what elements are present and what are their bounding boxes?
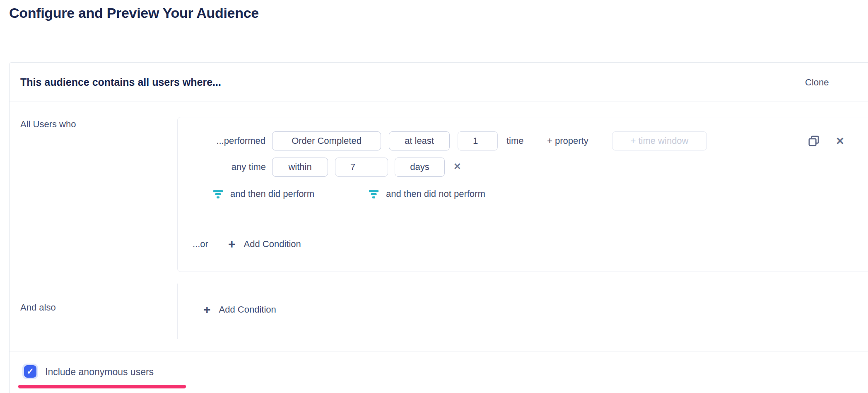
close-icon: ✕ [453, 161, 461, 172]
checkbox-checked-box: ✓ [24, 365, 36, 378]
event-select-button[interactable]: Order Completed [272, 131, 381, 150]
audience-builder-page: Configure and Preview Your Audience This… [0, 0, 868, 393]
and-then-did-perform-link[interactable]: and then did perform [213, 189, 314, 199]
and-also-add-condition-button[interactable]: + Add Condition [203, 302, 276, 317]
and-also-label: And also [20, 302, 56, 313]
time-window-button[interactable]: + time window [612, 131, 707, 150]
add-condition-label: Add Condition [219, 304, 276, 315]
all-users-who-label: All Users who [20, 119, 76, 130]
remove-condition-button[interactable]: ✕ [836, 136, 844, 146]
plus-icon: + [203, 303, 211, 316]
pink-underline-annotation [18, 385, 186, 388]
and-also-divider [177, 284, 178, 339]
duplicate-icon [808, 142, 820, 148]
or-label: ...or [193, 239, 208, 250]
condition-panel: ...performed Order Completed at least ti… [177, 117, 868, 272]
check-icon: ✓ [27, 366, 34, 376]
performed-label: ...performed [178, 136, 265, 146]
time-unit-select-button[interactable]: days [395, 158, 445, 177]
audience-card: This audience contains all users where..… [9, 62, 868, 393]
time-label: time [506, 136, 524, 146]
include-anonymous-checkbox[interactable]: ✓ [22, 364, 38, 379]
plus-icon: + [228, 238, 236, 250]
within-select-button[interactable]: within [272, 158, 328, 177]
card-header: This audience contains all users where..… [10, 63, 868, 102]
close-icon: ✕ [836, 135, 844, 147]
include-anonymous-label: Include anonymous users [45, 366, 154, 378]
section-divider [10, 352, 868, 352]
card-header-title: This audience contains all users where..… [20, 63, 221, 102]
time-window-value-input[interactable] [335, 158, 388, 177]
funnel-icon [213, 190, 223, 199]
any-time-label: any time [178, 162, 266, 172]
add-property-button[interactable]: + property [547, 136, 588, 146]
operator-select-button[interactable]: at least [389, 131, 450, 150]
duplicate-condition-button[interactable] [808, 135, 820, 148]
add-condition-label: Add Condition [244, 239, 301, 250]
funnel-icon [369, 190, 379, 199]
page-title: Configure and Preview Your Audience [9, 5, 259, 21]
and-then-did-not-perform-link[interactable]: and then did not perform [369, 189, 485, 199]
sequence-link-label: and then did not perform [386, 189, 485, 199]
remove-time-window-button[interactable]: ✕ [453, 162, 461, 171]
sequence-link-label: and then did perform [230, 189, 314, 199]
clone-button[interactable]: Clone [805, 63, 829, 102]
event-count-input[interactable] [458, 131, 498, 150]
add-condition-button[interactable]: + Add Condition [228, 237, 301, 252]
